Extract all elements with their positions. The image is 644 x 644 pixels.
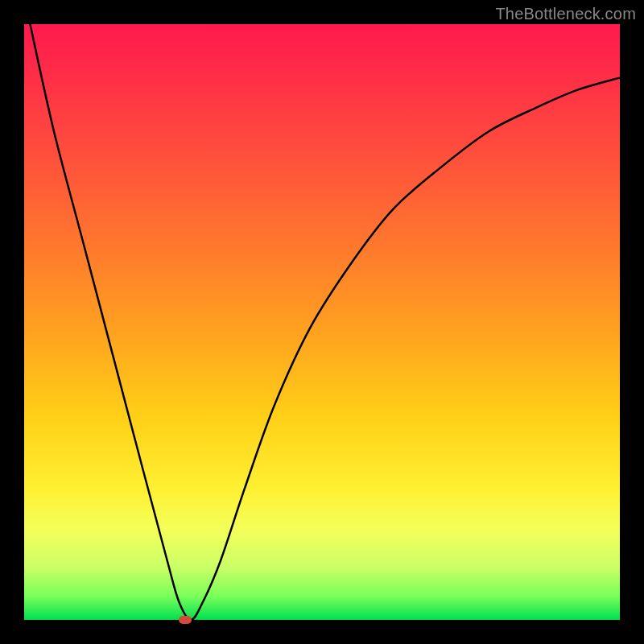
optimal-marker [179, 616, 192, 624]
bottleneck-curve [24, 24, 620, 620]
watermark-text: TheBottleneck.com [495, 5, 636, 23]
chart-frame: TheBottleneck.com [0, 0, 644, 644]
plot-area [24, 24, 620, 620]
